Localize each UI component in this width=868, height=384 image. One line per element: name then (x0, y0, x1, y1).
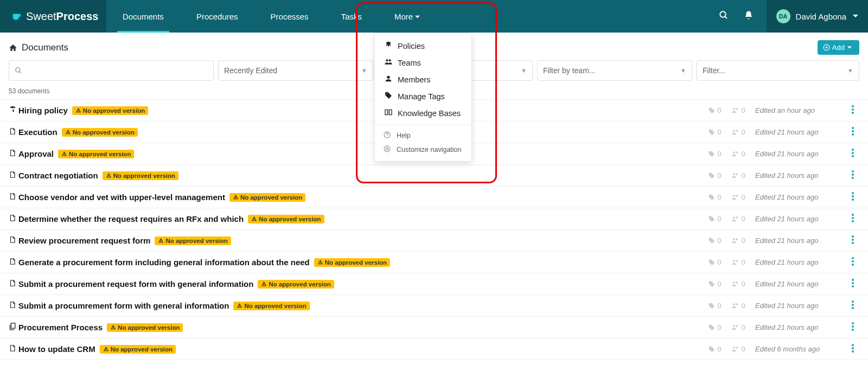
svg-line-1 (725, 16, 727, 18)
edited-time: Edited 21 hours ago (755, 302, 837, 310)
dropdown-item-label: Policies (398, 42, 425, 50)
svg-point-59 (852, 304, 854, 306)
user-menu[interactable]: DA David Agbona (767, 0, 868, 33)
doc-icon (9, 258, 18, 267)
member-count: 0 (731, 150, 745, 158)
tag-filter-select[interactable]: Filter... ▼ (697, 60, 859, 81)
row-meta: 00Edited an hour ago (708, 105, 859, 116)
bell-icon[interactable] (736, 10, 761, 22)
dropdown-item-help[interactable]: Help (375, 129, 471, 143)
svg-point-50 (852, 264, 854, 266)
brand-logo[interactable]: SweetProcess (0, 0, 106, 33)
doc-icon (9, 344, 18, 354)
row-actions-menu[interactable] (846, 300, 859, 311)
nav-item-procedures[interactable]: Procedures (180, 0, 254, 33)
svg-point-55 (852, 285, 854, 287)
svg-point-69 (852, 344, 854, 346)
member-count: 0 (731, 323, 745, 331)
dropdown-item-knowledge-bases[interactable]: Knowledge Bases (375, 105, 471, 121)
badge-label: No approved version (269, 281, 330, 287)
nav-item-tasks[interactable]: Tasks (325, 0, 378, 33)
team-filter-select[interactable]: Filter by team... ▼ (537, 60, 692, 81)
edited-time: Edited 21 hours ago (755, 150, 837, 158)
doc-icon (9, 171, 18, 181)
document-title: Procurement Process (18, 323, 103, 332)
row-actions-menu[interactable] (846, 257, 859, 268)
svg-point-7 (386, 148, 388, 150)
svg-point-39 (852, 217, 854, 219)
document-row[interactable]: Submit a procurement request form with g… (0, 273, 868, 295)
document-title: Contract negotiation (18, 171, 98, 180)
row-actions-menu[interactable] (846, 127, 859, 138)
status-badge: No approved version (107, 323, 183, 332)
dropdown-item-teams[interactable]: Teams (375, 54, 471, 71)
search-icon[interactable] (711, 10, 736, 22)
row-actions-menu[interactable] (846, 192, 859, 203)
dropdown-item-label: Help (397, 132, 411, 139)
dropdown-item-label: Knowledge Bases (398, 109, 461, 118)
dropdown-item-members[interactable]: Members (375, 71, 471, 88)
chevron-down-icon (413, 12, 420, 21)
svg-point-22 (736, 151, 738, 153)
document-row[interactable]: Determine whether the request requires a… (0, 208, 868, 230)
row-actions-menu[interactable] (846, 170, 859, 181)
document-row[interactable]: Submit a procumrement form with general … (0, 295, 868, 317)
svg-point-44 (852, 239, 854, 241)
svg-point-56 (733, 303, 735, 305)
tag-count: 0 (708, 302, 722, 310)
dropdown-item-label: Manage Tags (398, 92, 445, 101)
document-title: Execution (18, 127, 58, 137)
doc-icon (9, 193, 18, 202)
document-title: Submit a procumrement form with general … (18, 301, 229, 310)
document-title: Review procurement request form (18, 236, 150, 245)
row-actions-menu[interactable] (846, 279, 859, 290)
document-row[interactable]: Choose vendor and vet with upper-level m… (0, 187, 868, 208)
svg-point-36 (733, 216, 735, 219)
more-dropdown: PoliciesTeamsMembersManage TagsKnowledge… (374, 33, 472, 162)
tag-count: 0 (708, 106, 722, 114)
dropdown-item-policies[interactable]: Policies (375, 37, 471, 54)
svg-point-63 (736, 325, 738, 327)
nav-item-more[interactable]: More (378, 0, 436, 33)
row-actions-menu[interactable] (846, 214, 859, 225)
status-badge: No approved version (103, 171, 178, 180)
status-badge: No approved version (248, 215, 324, 223)
row-actions-menu[interactable] (846, 105, 859, 116)
nav-item-documents[interactable]: Documents (106, 0, 180, 33)
member-count: 0 (731, 280, 745, 288)
badge-label: No approved version (259, 216, 321, 222)
status-badge: No approved version (229, 193, 305, 202)
document-row[interactable]: Procurement ProcessNo approved version00… (0, 317, 868, 338)
sort-select[interactable]: Recently Edited ▼ (218, 60, 373, 81)
nav-item-processes[interactable]: Processes (254, 0, 325, 33)
document-row[interactable]: Review procurement request formNo approv… (0, 230, 868, 252)
nav-items: DocumentsProceduresProcessesTasksMore (106, 0, 436, 33)
edited-time: Edited 21 hours ago (755, 280, 837, 288)
dropdown-item-manage-tags[interactable]: Manage Tags (375, 88, 471, 105)
svg-point-6 (384, 146, 390, 152)
svg-point-31 (733, 195, 735, 197)
member-count: 0 (731, 302, 745, 310)
svg-point-47 (736, 260, 738, 262)
svg-point-41 (733, 238, 735, 240)
svg-line-10 (20, 72, 21, 73)
row-actions-menu[interactable] (846, 235, 859, 246)
svg-point-52 (736, 281, 738, 284)
brand-text-2: Process (56, 10, 99, 23)
svg-point-17 (736, 130, 738, 132)
document-row[interactable]: Generate a procurement form including ge… (0, 252, 868, 273)
row-meta: 00Edited 21 hours ago (708, 149, 859, 159)
doc-icon (9, 214, 18, 224)
svg-point-54 (852, 282, 854, 284)
brand-cup-icon (11, 10, 23, 22)
row-actions-menu[interactable] (846, 149, 859, 159)
document-row[interactable]: How to update CRMNo approved version00Ed… (0, 338, 868, 360)
row-actions-menu[interactable] (846, 344, 859, 355)
search-input[interactable] (9, 60, 214, 81)
status-badge: No approved version (100, 345, 176, 354)
add-button[interactable]: Add (818, 40, 859, 55)
document-row[interactable]: Contract negotiationNo approved version0… (0, 165, 868, 187)
row-actions-menu[interactable] (846, 322, 859, 333)
dropdown-item-customize-navigation[interactable]: Customize navigation (375, 143, 471, 157)
svg-point-9 (16, 68, 20, 72)
